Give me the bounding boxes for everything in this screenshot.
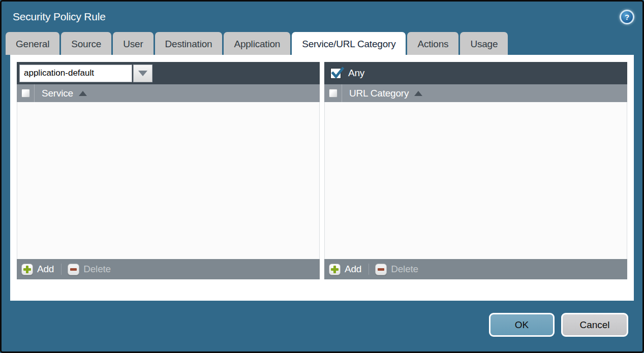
minus-icon	[375, 264, 387, 275]
url-category-column-header: URL Category	[349, 88, 409, 99]
url-category-checkbox-cell	[324, 84, 342, 102]
service-footer-toolbar: Add Delete	[17, 259, 320, 279]
sort-ascending-icon[interactable]	[414, 91, 422, 96]
add-url-category-button[interactable]: Add	[329, 264, 361, 275]
add-url-category-label: Add	[345, 264, 361, 275]
tab-service-url-category[interactable]: Service/URL Category	[292, 32, 406, 55]
check-icon	[331, 67, 344, 80]
tab-usage[interactable]: Usage	[460, 32, 508, 55]
service-list-body[interactable]	[17, 102, 320, 259]
dialog-button-bar: OK Cancel	[2, 301, 642, 349]
title-bar: Security Policy Rule ?	[2, 2, 642, 32]
url-category-list-body[interactable]	[324, 102, 627, 259]
dialog-title: Security Policy Rule	[13, 11, 106, 23]
plus-icon	[21, 264, 33, 275]
plus-icon	[329, 264, 341, 275]
tab-destination[interactable]: Destination	[155, 32, 223, 55]
service-panel: Service Add Delete	[17, 62, 320, 279]
minus-icon	[68, 264, 79, 275]
service-url-category-tab-content: Service Add Delete An	[10, 55, 634, 301]
delete-service-label: Delete	[83, 264, 111, 275]
select-all-url-categories-checkbox[interactable]	[329, 89, 338, 98]
dropdown-arrow-button[interactable]	[133, 65, 152, 82]
sort-ascending-icon[interactable]	[79, 91, 87, 96]
ok-button[interactable]: OK	[489, 313, 555, 337]
any-label: Any	[348, 68, 364, 79]
url-category-column-header-row: URL Category	[324, 84, 627, 102]
help-icon[interactable]: ?	[620, 10, 634, 24]
delete-service-button[interactable]: Delete	[68, 264, 111, 275]
any-checkbox[interactable]	[330, 68, 341, 79]
service-type-input[interactable]	[19, 65, 132, 82]
tab-general[interactable]: General	[6, 32, 59, 55]
tab-bar: General Source User Destination Applicat…	[2, 32, 642, 55]
security-policy-rule-dialog: { "window": { "title": "Security Policy …	[0, 0, 644, 353]
chevron-down-icon	[138, 71, 147, 76]
tab-source[interactable]: Source	[61, 32, 111, 55]
tab-application[interactable]: Application	[224, 32, 290, 55]
service-type-dropdown[interactable]	[19, 65, 152, 82]
delete-url-category-label: Delete	[391, 264, 418, 275]
add-service-button[interactable]: Add	[21, 264, 54, 275]
service-checkbox-cell	[17, 84, 35, 102]
url-category-footer-toolbar: Add Delete	[324, 259, 627, 279]
select-all-services-checkbox[interactable]	[21, 89, 30, 98]
add-service-label: Add	[37, 264, 54, 275]
service-column-header: Service	[42, 88, 73, 99]
tab-user[interactable]: User	[113, 32, 153, 55]
url-category-panel-header: Any	[324, 62, 627, 84]
service-column-header-row: Service	[17, 84, 320, 102]
toolbar-separator	[369, 264, 369, 275]
delete-url-category-button[interactable]: Delete	[375, 264, 418, 275]
cancel-button[interactable]: Cancel	[561, 313, 628, 337]
toolbar-separator	[61, 264, 62, 275]
url-category-panel: Any URL Category Add Delete	[324, 62, 627, 279]
tab-actions[interactable]: Actions	[407, 32, 458, 55]
any-row: Any	[327, 68, 364, 79]
service-panel-header	[17, 62, 320, 84]
question-mark-glyph: ?	[625, 13, 629, 21]
